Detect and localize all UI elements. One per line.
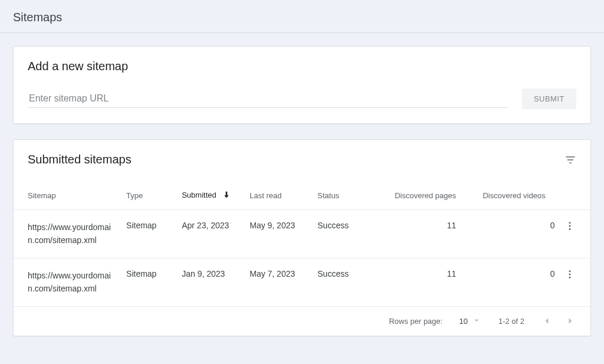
- col-actions: [560, 171, 590, 210]
- prev-page-button[interactable]: [541, 315, 553, 327]
- col-status[interactable]: Status: [313, 171, 387, 210]
- col-videos[interactable]: Discovered videos: [461, 171, 559, 210]
- cell-videos: 0: [461, 210, 559, 258]
- table-row[interactable]: https://www.yourdomain.com/sitemap.xml S…: [14, 210, 590, 258]
- sitemaps-table: Sitemap Type Submitted Last read Status …: [14, 171, 590, 307]
- cell-pages: 11: [387, 210, 461, 258]
- page-title: Sitemaps: [13, 11, 591, 24]
- table-header-row: Sitemap Type Submitted Last read Status …: [14, 171, 590, 210]
- more-vert-icon[interactable]: [564, 221, 575, 231]
- col-type[interactable]: Type: [122, 171, 177, 210]
- col-submitted-label: Submitted: [182, 191, 216, 199]
- rows-per-page-label: Rows per page:: [389, 317, 442, 326]
- col-lastread[interactable]: Last read: [245, 171, 313, 210]
- cell-videos: 0: [461, 258, 559, 306]
- cell-lastread: May 9, 2023: [245, 210, 313, 258]
- more-vert-icon[interactable]: [564, 269, 575, 280]
- content-area: Add a new sitemap SUBMIT Submitted sitem…: [0, 33, 604, 364]
- table-row[interactable]: https://www.yourdomain.com/sitemap.xml S…: [14, 258, 590, 306]
- cell-status: Success: [313, 258, 387, 306]
- cell-type: Sitemap: [122, 210, 177, 258]
- pagination-arrows: [541, 315, 576, 327]
- svg-point-1: [569, 225, 570, 227]
- cell-lastread: May 7, 2023: [245, 258, 313, 306]
- svg-point-2: [569, 228, 570, 230]
- col-sitemap[interactable]: Sitemap: [14, 171, 122, 210]
- svg-point-0: [569, 222, 570, 224]
- svg-point-3: [569, 270, 570, 272]
- filter-icon[interactable]: [564, 154, 576, 166]
- submit-button[interactable]: SUBMIT: [522, 88, 576, 109]
- pagination-range: 1-2 of 2: [498, 317, 524, 326]
- svg-point-5: [569, 277, 570, 278]
- rows-per-page-value: 10: [459, 317, 467, 326]
- arrow-down-icon: [222, 190, 231, 201]
- chevron-down-icon: [471, 315, 482, 327]
- add-sitemap-title: Add a new sitemap: [28, 60, 576, 73]
- page-header: Sitemaps: [0, 0, 604, 33]
- cell-submitted: Jan 9, 2023: [177, 258, 245, 306]
- svg-point-4: [569, 273, 570, 275]
- cell-sitemap: https://www.yourdomain.com/sitemap.xml: [14, 210, 122, 258]
- cell-status: Success: [313, 210, 387, 258]
- col-pages[interactable]: Discovered pages: [387, 171, 461, 210]
- pagination: Rows per page: 10 1-2 of 2: [14, 307, 590, 336]
- cell-submitted: Apr 23, 2023: [177, 210, 245, 258]
- cell-actions: [560, 258, 590, 306]
- cell-actions: [560, 210, 590, 258]
- rows-per-page-select[interactable]: 10: [459, 315, 481, 327]
- cell-type: Sitemap: [122, 258, 177, 306]
- add-sitemap-card: Add a new sitemap SUBMIT: [13, 46, 591, 124]
- submitted-sitemaps-card: Submitted sitemaps Sitemap Type Submitte…: [13, 139, 591, 336]
- submitted-title: Submitted sitemaps: [28, 153, 132, 166]
- col-submitted[interactable]: Submitted: [177, 171, 245, 210]
- submitted-header: Submitted sitemaps: [14, 140, 590, 171]
- cell-pages: 11: [387, 258, 461, 306]
- next-page-button[interactable]: [564, 315, 576, 327]
- add-sitemap-row: SUBMIT: [28, 88, 576, 109]
- cell-sitemap: https://www.yourdomain.com/sitemap.xml: [14, 258, 122, 306]
- sitemap-url-input[interactable]: [28, 90, 508, 108]
